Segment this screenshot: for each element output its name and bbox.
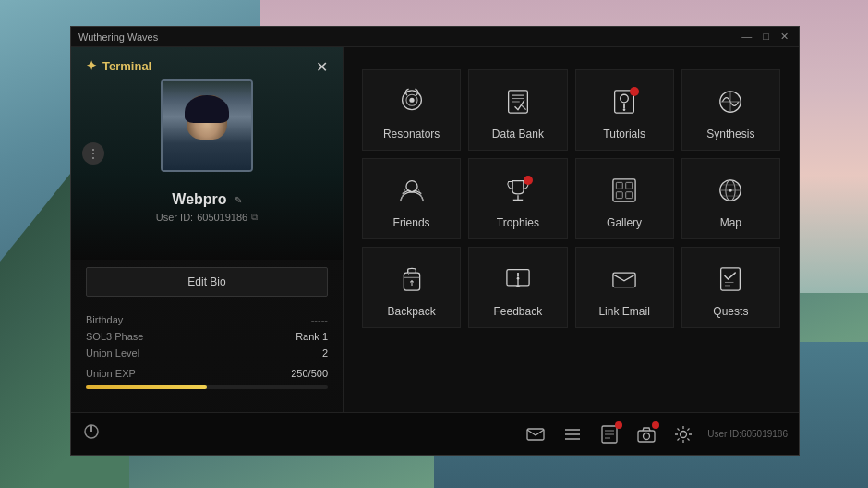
svg-rect-37 [721, 268, 741, 290]
menu-item-gallery[interactable]: Gallery [575, 158, 674, 239]
link-email-icon [604, 259, 645, 299]
menu-item-quests[interactable]: Quests [681, 247, 780, 328]
toolbar-journal-button[interactable] [593, 418, 626, 451]
toolbar-menu-button[interactable] [556, 418, 589, 451]
menu-item-backpack[interactable]: Backpack [362, 247, 461, 328]
menu-item-link-email[interactable]: Link Email [575, 247, 674, 328]
friends-label: Friends [393, 216, 430, 229]
trophies-label: Trophies [497, 216, 539, 229]
maximize-button[interactable]: □ [760, 30, 772, 43]
portrait-inner [163, 81, 251, 170]
exp-label: Union EXP [86, 368, 136, 379]
portrait-area: ✦ Terminal ✕ ⋮ [71, 47, 343, 260]
character-portrait [161, 79, 253, 172]
quests-icon [710, 259, 751, 299]
stat-row-birthday: Birthday ----- [86, 311, 328, 328]
svg-point-8 [621, 94, 629, 103]
map-label: Map [720, 216, 741, 229]
app-window: Wuthering Waves — □ ✕ ✦ Terminal ✕ [70, 26, 800, 456]
stat-row-union-level: Union Level 2 [86, 345, 328, 361]
menu-item-trophies[interactable]: Trophies [468, 158, 567, 239]
svg-point-35 [517, 277, 520, 280]
quests-label: Quests [713, 305, 748, 318]
svg-rect-19 [626, 182, 633, 189]
map-icon [710, 170, 751, 211]
birthday-value: ----- [311, 314, 328, 325]
stat-row-exp: Union EXP 250/500 [86, 365, 328, 382]
stat-row-sol3: SOL3 Phase Rank 1 [86, 328, 328, 345]
menu-item-synthesis[interactable]: Synthesis [681, 69, 780, 151]
svg-rect-21 [626, 192, 633, 199]
titlebar: Wuthering Waves — □ ✕ [71, 27, 799, 47]
synthesis-label: Synthesis [706, 128, 754, 140]
portrait-background: ✦ Terminal ✕ ⋮ [71, 47, 343, 260]
resonators-label: Resonators [383, 128, 440, 140]
menu-item-tutorials[interactable]: Tutorials [575, 69, 674, 151]
birthday-label: Birthday [86, 314, 123, 325]
char-hair [185, 95, 229, 123]
synthesis-icon [710, 81, 751, 122]
character-name-area: Webpro ✎ User ID: 605019186 ⧉ [71, 191, 343, 223]
svg-point-51 [644, 433, 650, 439]
toolbar-settings-button[interactable] [667, 418, 700, 451]
minimize-button[interactable]: — [739, 30, 754, 43]
user-id-value: 605019186 [197, 212, 247, 223]
svg-point-10 [623, 108, 626, 111]
svg-rect-20 [616, 192, 622, 199]
window-controls: — □ ✕ [739, 30, 791, 43]
sidebar: ✦ Terminal ✕ ⋮ [71, 47, 344, 455]
data-bank-label: Data Bank [492, 128, 544, 140]
name-edit-icon[interactable]: ✎ [235, 195, 242, 205]
exp-bar-fill [86, 385, 207, 389]
terminal-text: Terminal [102, 59, 151, 73]
toolbar-user-id: User ID:605019186 [707, 429, 788, 439]
backpack-label: Backpack [388, 305, 436, 318]
journal-notif-dot [615, 421, 622, 429]
toolbar-mail-button[interactable] [519, 418, 552, 451]
link-email-label: Link Email [598, 305, 649, 318]
gallery-label: Gallery [607, 216, 642, 229]
stats-area: Birthday ----- SOL3 Phase Rank 1 Union L… [71, 304, 343, 396]
menu-item-map[interactable]: Map [681, 158, 780, 239]
edit-bio-button[interactable]: Edit Bio [86, 267, 328, 297]
sol3-value: Rank 1 [295, 331, 328, 342]
user-id-row: User ID: 605019186 ⧉ [71, 212, 343, 223]
main-content: ✦ Terminal ✕ ⋮ [71, 47, 799, 455]
friends-icon [392, 170, 432, 211]
panel-close-button[interactable]: ✕ [316, 58, 328, 76]
menu-item-feedback[interactable]: Feedback [468, 247, 567, 328]
right-panel: Resonators Data Bank [344, 47, 799, 455]
trophies-notif [524, 176, 533, 185]
user-id-label: User ID: [156, 212, 193, 223]
camera-notif-dot [652, 421, 659, 429]
menu-item-data-bank[interactable]: Data Bank [468, 69, 567, 151]
svg-rect-50 [638, 431, 655, 442]
feedback-icon [498, 259, 538, 299]
menu-item-friends[interactable]: Friends [362, 158, 461, 239]
svg-point-52 [681, 431, 687, 437]
union-level-label: Union Level [86, 348, 139, 359]
tutorials-label: Tutorials [603, 128, 645, 140]
trophies-icon [498, 170, 538, 211]
char-head [187, 95, 227, 140]
exp-bar-container [86, 385, 328, 389]
resonators-icon [392, 81, 432, 122]
gallery-icon [604, 170, 645, 211]
power-button[interactable] [82, 422, 101, 445]
terminal-icon: ✦ [86, 58, 97, 73]
bottom-toolbar: User ID:605019186 [71, 412, 799, 455]
portrait-settings-button[interactable]: ⋮ [82, 142, 104, 165]
toolbar-camera-button[interactable] [630, 418, 663, 451]
terminal-label: ✦ Terminal [86, 58, 151, 73]
window-title: Wuthering Waves [78, 31, 158, 43]
svg-point-27 [729, 189, 732, 191]
character-name: Webpro [172, 191, 226, 208]
menu-grid: Resonators Data Bank [362, 69, 780, 328]
svg-rect-36 [613, 273, 635, 287]
svg-rect-18 [616, 182, 622, 189]
sol3-label: SOL3 Phase [86, 331, 143, 342]
close-button[interactable]: ✕ [778, 30, 791, 43]
data-bank-icon [498, 81, 538, 122]
copy-id-icon[interactable]: ⧉ [251, 212, 258, 223]
menu-item-resonators[interactable]: Resonators [362, 69, 461, 151]
